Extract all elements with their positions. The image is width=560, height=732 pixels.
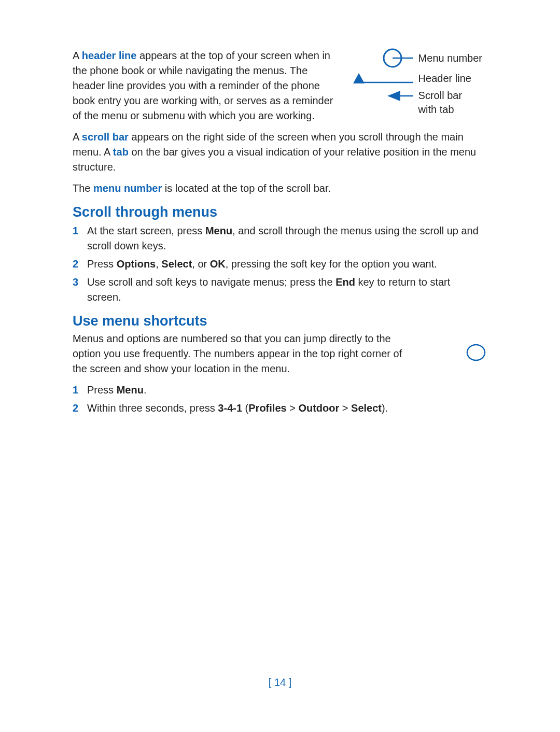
diagram-row-header-line: Header line [348, 70, 482, 87]
diagram-label: Scroll bar with tab [418, 89, 475, 117]
menu-number-icon [348, 48, 413, 68]
page: Menu number Header line Scroll bar with … [0, 0, 560, 732]
steps-scroll-through-menus: At the start screen, press Menu, and scr… [73, 223, 482, 305]
diagram-row-menu-number: Menu number [348, 48, 482, 68]
step-item: Within three seconds, press 3-4-1 (Profi… [73, 401, 482, 416]
term-header-line: header line [82, 50, 137, 61]
paragraph-menu-number: The menu number is located at the top of… [73, 181, 482, 196]
scroll-bar-icon [348, 89, 413, 103]
term-scroll-bar: scroll bar [82, 131, 129, 143]
page-number: [ 14 ] [0, 677, 560, 688]
term-tab: tab [113, 146, 129, 158]
header-line-icon [348, 71, 413, 86]
svg-point-6 [467, 345, 485, 360]
svg-marker-5 [387, 91, 400, 101]
step-item: Press Menu. [73, 383, 482, 398]
paragraph-shortcuts-intro: Menus and options are numbered so that y… [73, 331, 404, 376]
content-area: Menu number Header line Scroll bar with … [73, 48, 482, 416]
heading-scroll-through-menus: Scroll through menus [73, 204, 482, 220]
decorative-circle-icon [466, 342, 486, 363]
ui-diagram: Menu number Header line Scroll bar with … [348, 48, 482, 119]
heading-use-menu-shortcuts: Use menu shortcuts [73, 313, 482, 329]
step-item: Use scroll and soft keys to navigate men… [73, 275, 482, 305]
diagram-label: Menu number [418, 50, 482, 66]
svg-marker-3 [353, 73, 365, 83]
term-menu-number: menu number [93, 182, 162, 194]
step-item: At the start screen, press Menu, and scr… [73, 223, 482, 254]
step-item: Press Options, Select, or OK, pressing t… [73, 257, 482, 272]
steps-use-menu-shortcuts: Press Menu. Within three seconds, press … [73, 383, 482, 416]
diagram-row-scroll-bar: Scroll bar with tab [348, 89, 482, 117]
paragraph-scroll-bar: A scroll bar appears on the right side o… [73, 130, 482, 175]
diagram-label: Header line [418, 70, 471, 87]
